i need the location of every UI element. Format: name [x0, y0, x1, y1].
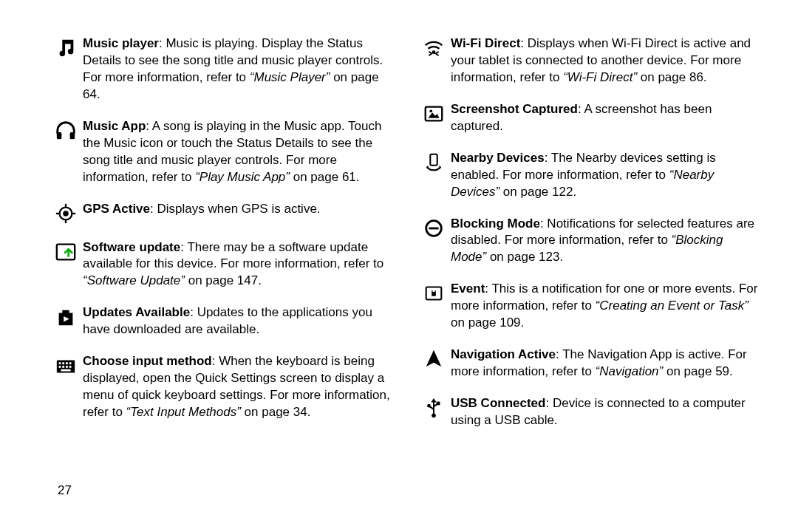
wifi-direct-icon	[417, 35, 451, 86]
entry-tail: on page 34.	[241, 405, 311, 419]
svg-rect-15	[59, 366, 61, 368]
entry-title: Screenshot Captured	[451, 102, 578, 116]
navigation-icon	[417, 347, 451, 381]
software-update-icon	[49, 239, 83, 290]
entry-title: Software update	[83, 240, 180, 254]
entry-title: Blocking Mode	[451, 216, 540, 231]
entry-ref: “Music Player”	[250, 70, 330, 84]
entry-text: Choose input method: When the keyboard i…	[83, 353, 390, 421]
entry-title: Choose input method	[83, 354, 212, 368]
entry-event: Event: This is a notification for one or…	[417, 281, 758, 332]
entry-title: Music player	[83, 36, 159, 50]
entry-gps: GPS Active: Displays when GPS is active.	[49, 201, 390, 225]
entry-updates-available: Updates Available: Updates to the applic…	[49, 304, 390, 338]
page-number: 27	[58, 482, 72, 499]
svg-rect-31	[433, 290, 435, 293]
entry-body: : Displays when GPS is active.	[150, 202, 321, 216]
blocking-mode-icon	[417, 216, 451, 267]
svg-rect-11	[59, 363, 61, 365]
entry-tail: on page 59.	[663, 364, 733, 378]
entry-text: Wi-Fi Direct: Displays when Wi-Fi Direct…	[451, 35, 758, 86]
entry-software-update: Software update: There may be a software…	[49, 239, 390, 290]
entry-input-method: Choose input method: When the keyboard i…	[49, 353, 390, 421]
entry-usb: USB Connected: Device is connected to a …	[417, 395, 758, 429]
svg-rect-17	[66, 366, 68, 368]
entry-title: Wi-Fi Direct	[451, 36, 520, 50]
svg-marker-22	[429, 112, 440, 118]
entry-title: Updates Available	[83, 305, 190, 319]
entry-tail: on page 122.	[499, 185, 576, 199]
usb-icon	[417, 395, 451, 429]
entry-text: Screenshot Captured: A screenshot has be…	[451, 101, 758, 135]
entry-ref: “Creating an Event or Task”	[596, 299, 748, 313]
entry-text: Music player: Music is playing. Display …	[83, 35, 390, 103]
entry-text: Navigation Active: The Navigation App is…	[451, 347, 758, 381]
svg-rect-19	[61, 369, 70, 372]
svg-rect-16	[62, 366, 64, 368]
svg-rect-24	[430, 154, 437, 165]
headphones-icon	[49, 118, 83, 186]
left-column: Music player: Music is playing. Display …	[49, 35, 403, 514]
entry-music-app: Music App: A song is playing in the Musi…	[49, 118, 390, 186]
entry-wifi-direct: Wi-Fi Direct: Displays when Wi-Fi Direct…	[417, 35, 758, 86]
entry-ref: “Play Music App”	[195, 170, 290, 184]
entry-tail: on page 61.	[290, 170, 360, 184]
entry-tail: on page 86.	[637, 70, 707, 84]
entry-text: USB Connected: Device is connected to a …	[451, 395, 758, 429]
entry-title: Nearby Devices	[451, 151, 545, 165]
svg-rect-12	[62, 363, 64, 365]
screenshot-icon	[417, 101, 451, 135]
entry-screenshot: Screenshot Captured: A screenshot has be…	[417, 101, 758, 135]
svg-rect-0	[57, 132, 62, 139]
entry-text: GPS Active: Displays when GPS is active.	[83, 201, 390, 225]
svg-point-36	[427, 404, 431, 408]
manual-page: Music player: Music is playing. Display …	[0, 0, 798, 532]
entry-text: Software update: There may be a software…	[83, 239, 390, 290]
nearby-devices-icon	[417, 150, 451, 201]
entry-ref: “Wi-Fi Direct”	[563, 70, 637, 84]
entry-title: USB Connected	[451, 396, 545, 410]
entry-ref: “Software Update”	[83, 273, 185, 287]
entry-title: Music App	[83, 119, 146, 133]
updates-available-icon	[49, 304, 83, 338]
svg-point-3	[63, 211, 69, 216]
entry-nearby-devices: Nearby Devices: The Nearby devices setti…	[417, 150, 758, 201]
entry-tail: on page 147.	[185, 273, 262, 287]
entry-ref: “Navigation”	[596, 364, 664, 378]
entry-text: Nearby Devices: The Nearby devices setti…	[451, 150, 758, 201]
svg-marker-25	[426, 165, 429, 169]
entry-tail: on page 123.	[486, 250, 563, 264]
entry-music-player: Music player: Music is playing. Display …	[49, 35, 390, 103]
entry-blocking-mode: Blocking Mode: Notifications for selecte…	[417, 216, 758, 267]
entry-text: Blocking Mode: Notifications for selecte…	[451, 216, 758, 267]
entry-title: Navigation Active	[451, 347, 556, 361]
svg-marker-26	[440, 165, 442, 169]
svg-rect-21	[426, 106, 443, 120]
svg-point-35	[432, 414, 436, 418]
event-icon	[417, 281, 451, 332]
entry-text: Music App: A song is playing in the Musi…	[83, 118, 390, 186]
entry-text: Event: This is a notification for one or…	[451, 281, 758, 332]
svg-marker-32	[426, 350, 442, 367]
entry-text: Updates Available: Updates to the applic…	[83, 304, 390, 338]
svg-rect-13	[66, 363, 68, 365]
keyboard-icon	[49, 353, 83, 421]
entry-ref: “Text Input Methods”	[126, 405, 241, 419]
svg-rect-18	[69, 366, 72, 368]
music-note-icon	[49, 35, 83, 103]
svg-point-23	[429, 109, 432, 112]
svg-rect-1	[70, 132, 75, 139]
entry-navigation: Navigation Active: The Navigation App is…	[417, 347, 758, 381]
svg-rect-37	[437, 402, 440, 406]
gps-icon	[49, 201, 83, 225]
entry-tail: on page 109.	[451, 316, 524, 330]
svg-marker-34	[431, 398, 437, 403]
right-column: Wi-Fi Direct: Displays when Wi-Fi Direct…	[403, 35, 758, 514]
svg-rect-14	[69, 363, 72, 365]
entry-title: GPS Active	[83, 202, 150, 216]
entry-title: Event	[451, 282, 485, 296]
